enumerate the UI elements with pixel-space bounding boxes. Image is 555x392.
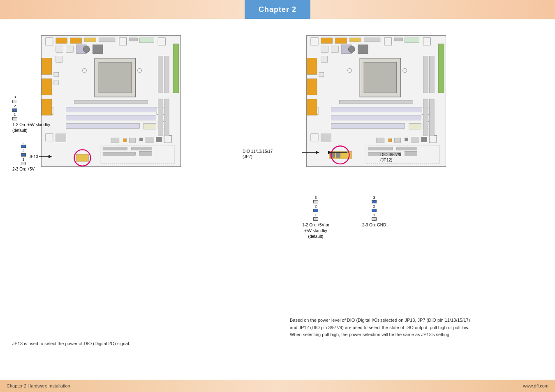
svg-rect-87 bbox=[311, 134, 318, 141]
svg-point-18 bbox=[82, 69, 86, 73]
svg-rect-45 bbox=[132, 147, 152, 150]
svg-rect-4 bbox=[99, 38, 115, 42]
svg-rect-20 bbox=[42, 58, 52, 75]
svg-rect-93 bbox=[388, 138, 392, 142]
jp13-arrow-icon bbox=[39, 154, 53, 159]
svg-rect-57 bbox=[349, 38, 361, 42]
left-pins-col: 3 2 1 bbox=[12, 95, 17, 120]
svg-rect-59 bbox=[384, 38, 392, 45]
svg-rect-55 bbox=[321, 38, 333, 44]
svg-rect-75 bbox=[307, 78, 317, 95]
rpin2-block-left bbox=[313, 209, 318, 212]
pin2-label-1: 2 bbox=[14, 104, 16, 108]
pin1-label-1: 1 bbox=[14, 113, 16, 117]
svg-rect-21 bbox=[42, 78, 52, 95]
svg-point-72 bbox=[347, 69, 352, 73]
svg-rect-37 bbox=[111, 138, 119, 143]
right-pin-groups: 3 2 1 1-2 On: +5V or +5V standby (defaul… bbox=[302, 196, 386, 240]
pin2-block-1 bbox=[12, 108, 17, 112]
chapter-title: Chapter 2 bbox=[259, 5, 296, 14]
svg-rect-47 bbox=[140, 151, 152, 155]
svg-rect-0 bbox=[46, 38, 53, 45]
svg-rect-14 bbox=[92, 45, 103, 54]
svg-rect-69 bbox=[321, 56, 328, 63]
svg-rect-71 bbox=[364, 62, 397, 93]
svg-rect-41 bbox=[146, 137, 154, 143]
svg-rect-31 bbox=[66, 124, 140, 129]
svg-rect-97 bbox=[421, 137, 427, 142]
pin2-label-2: 2 bbox=[23, 149, 25, 153]
pin2-block-2 bbox=[21, 153, 26, 157]
pin3-block-1 bbox=[12, 100, 17, 103]
svg-rect-96 bbox=[411, 137, 419, 143]
svg-rect-40 bbox=[140, 138, 143, 141]
rpin3-block-right bbox=[372, 200, 377, 203]
right-pin-group-right: 3 2 1 2-3 On: GND bbox=[362, 196, 386, 240]
left-motherboard-diagram bbox=[41, 35, 181, 167]
svg-rect-23 bbox=[54, 81, 59, 85]
jp12-label: DIO 3/5/7/9 (JP12) bbox=[380, 152, 401, 163]
right-panel: DIO 11/13/15/17 (JP7) DIO 3/5/7/9 (JP12) bbox=[282, 19, 555, 380]
right-pin-right-desc: 2-3 On: GND bbox=[362, 222, 386, 228]
rpin3-left: 3 bbox=[314, 196, 317, 200]
svg-rect-50 bbox=[164, 99, 169, 136]
svg-rect-24 bbox=[158, 56, 163, 93]
svg-rect-8 bbox=[158, 38, 165, 45]
left-pin-group-1: 3 2 1 1-2 On: +5V standby (default) bbox=[12, 95, 50, 134]
rpin1-right: 1 bbox=[373, 213, 375, 217]
svg-rect-68 bbox=[358, 45, 368, 54]
svg-rect-84 bbox=[331, 124, 405, 129]
svg-rect-85 bbox=[409, 124, 421, 129]
svg-rect-74 bbox=[307, 58, 317, 75]
right-motherboard-diagram bbox=[306, 35, 446, 167]
svg-rect-92 bbox=[376, 138, 384, 143]
svg-rect-94 bbox=[395, 138, 401, 143]
svg-rect-95 bbox=[405, 138, 408, 141]
pin3-label-1: 3 bbox=[14, 95, 16, 99]
svg-rect-82 bbox=[331, 107, 421, 112]
svg-point-73 bbox=[403, 69, 407, 73]
left-pin-set-1: 3 2 1 bbox=[12, 95, 50, 120]
pin1-label-2: 1 bbox=[23, 157, 25, 161]
svg-rect-38 bbox=[123, 138, 127, 142]
svg-rect-77 bbox=[423, 56, 428, 93]
svg-point-19 bbox=[138, 69, 142, 73]
svg-rect-6 bbox=[130, 38, 138, 41]
footer-chapter-text: Chapter 2 Hardware Installation bbox=[7, 383, 70, 388]
svg-rect-17 bbox=[99, 62, 132, 93]
rpin2-block-right bbox=[372, 209, 377, 212]
svg-rect-2 bbox=[70, 38, 82, 44]
pin-desc-1-2: 1-2 On: +5V standby (default) bbox=[12, 122, 50, 134]
svg-rect-78 bbox=[429, 56, 434, 93]
pin3-label-2: 3 bbox=[23, 140, 25, 144]
pin1-block-1 bbox=[12, 117, 17, 120]
svg-rect-56 bbox=[335, 38, 347, 44]
svg-rect-102 bbox=[405, 151, 417, 155]
svg-rect-22 bbox=[54, 72, 59, 76]
svg-rect-104 bbox=[423, 99, 428, 136]
svg-rect-60 bbox=[395, 38, 403, 41]
right-desc-text: Based on the power level of DIO (Digital… bbox=[290, 317, 551, 339]
svg-rect-105 bbox=[429, 99, 434, 136]
svg-rect-30 bbox=[66, 115, 156, 120]
right-pin-left-desc: 1-2 On: +5V or +5V standby (default) bbox=[302, 222, 329, 240]
svg-point-13 bbox=[83, 46, 90, 53]
svg-rect-49 bbox=[158, 99, 163, 136]
pin-desc-2-3: 2-3 On: +5V bbox=[12, 167, 35, 171]
page-header: Chapter 2 bbox=[0, 0, 555, 19]
page-content: JP13 3 2 1 1-2 On: +5V standb bbox=[0, 19, 555, 380]
jp12-label-container: DIO 3/5/7/9 (JP12) bbox=[380, 152, 401, 163]
svg-rect-64 bbox=[321, 46, 328, 53]
svg-rect-46 bbox=[103, 152, 136, 155]
svg-rect-65 bbox=[331, 46, 339, 53]
rpin1-block-right bbox=[372, 217, 377, 221]
svg-rect-3 bbox=[84, 38, 96, 42]
svg-rect-15 bbox=[56, 56, 62, 63]
svg-rect-79 bbox=[340, 100, 413, 104]
svg-rect-98 bbox=[429, 135, 437, 143]
rpin2-right: 2 bbox=[373, 204, 375, 208]
svg-rect-29 bbox=[66, 107, 156, 112]
svg-rect-1 bbox=[56, 38, 67, 44]
svg-rect-35 bbox=[56, 134, 66, 142]
svg-rect-32 bbox=[144, 124, 156, 129]
